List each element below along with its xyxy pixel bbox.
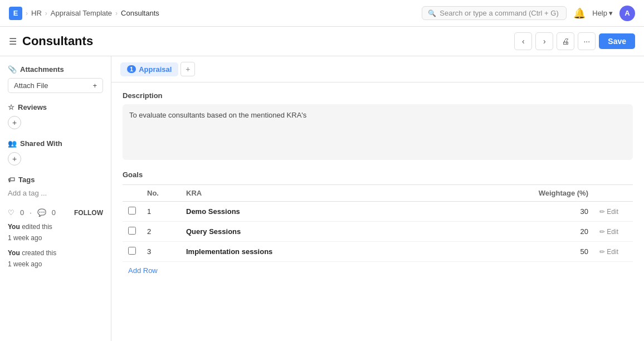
table-row: 1 Demo Sessions 30 ✏ Edit [123,202,633,222]
chatter-log: You edited this 1 week ago You created t… [8,221,103,270]
description-title: Description [123,91,633,100]
tags-label: Tags [18,176,35,184]
layout: 📎 Attachments Attach File + ☆ Reviews + … [0,56,644,341]
row-kra-1: Query Sessions [180,222,435,242]
follow-button[interactable]: FOLLOW [74,209,103,217]
chevron-down-icon: ▾ [609,9,613,17]
next-button[interactable]: › [535,32,553,50]
sidebar-tags: 🏷 Tags Add a tag ... [8,176,103,197]
sidebar-shared-with: 👥 Shared With + [8,139,103,165]
description-section: Description [111,82,644,170]
chatter-log-item-1: You edited this 1 week ago [8,221,103,244]
tabs-bar: 1 Appraisal + [111,56,644,82]
goals-title: Goals [123,170,633,179]
add-review-button[interactable]: + [8,116,21,129]
row-checkbox-0[interactable] [123,202,142,222]
edit-link-1[interactable]: ✏ Edit [599,228,627,236]
breadcrumb-appraisal-template[interactable]: Appraisal Template [51,9,112,17]
sidebar-attachments: 📎 Attachments Attach File + [8,65,103,93]
people-icon: 👥 [8,139,17,148]
search-icon: 🔍 [428,9,436,17]
reviews-label: Reviews [18,103,47,111]
row-edit-2[interactable]: ✏ Edit [594,242,633,262]
add-row-button[interactable]: Add Row [123,262,163,279]
prev-button[interactable]: ‹ [514,32,532,50]
tab-add-button[interactable]: + [180,62,195,76]
col-kra: KRA [180,185,435,202]
more-button[interactable]: ··· [578,32,596,50]
app-logo[interactable]: E [9,7,22,20]
sidebar-bottom: ♡ 0 · 💬 0 FOLLOW You edited this 1 week … [8,208,103,270]
chatter-log-when-1: 1 week ago [8,234,42,242]
like-icon[interactable]: ♡ [8,208,14,217]
edit-link-0[interactable]: ✏ Edit [599,208,627,216]
chatter-log-when-2: 1 week ago [8,260,42,268]
breadcrumb-hr[interactable]: HR [31,9,42,17]
chatter-log-action-1: edited this [22,223,52,231]
shared-with-label: Shared With [20,139,62,148]
tab-appraisal-badge: 1 [127,65,136,73]
attach-file-button[interactable]: Attach File + [8,78,103,93]
reviews-title: ☆ Reviews [8,103,103,111]
help-button[interactable]: Help ▾ [592,9,613,17]
menu-icon[interactable]: ☰ [9,36,17,47]
add-shared-button[interactable]: + [8,152,21,165]
comment-icon[interactable]: 💬 [37,208,46,217]
add-tag-input[interactable]: Add a tag ... [8,189,47,197]
paperclip-icon: 📎 [8,65,17,74]
sep-2: › [45,9,47,17]
row-no-1: 2 [142,222,180,242]
col-checkbox [123,185,142,202]
goals-table: No. KRA Weightage (%) 1 Demo Sessions 30… [123,184,633,262]
edit-link-2[interactable]: ✏ Edit [599,248,627,256]
print-button[interactable]: 🖨 [557,32,574,50]
page-header-right: ‹ › 🖨 ··· Save [514,32,635,50]
sep-3: › [115,9,118,17]
star-icon: ☆ [8,103,14,111]
search-placeholder: Search or type a command (Ctrl + G) [440,9,559,17]
row-edit-1[interactable]: ✏ Edit [594,222,633,242]
shared-with-title: 👥 Shared With [8,139,103,148]
search-bar[interactable]: 🔍 Search or type a command (Ctrl + G) [422,6,567,20]
tab-appraisal[interactable]: 1 Appraisal [120,62,178,76]
tab-appraisal-label: Appraisal [139,65,172,74]
row-no-0: 1 [142,202,180,222]
tag-icon: 🏷 [8,176,15,184]
table-row: 3 Implementation sessions 50 ✏ Edit [123,242,633,262]
page-title: Consultants [22,34,93,48]
save-button[interactable]: Save [599,33,635,49]
row-edit-0[interactable]: ✏ Edit [594,202,633,222]
chatter-log-action-2: created this [22,249,56,257]
description-input[interactable] [123,104,633,160]
breadcrumb: E › HR › Appraisal Template › Consultant… [9,7,159,20]
page-header: ☰ Consultants ‹ › 🖨 ··· Save [0,27,644,56]
goals-header-row: No. KRA Weightage (%) [123,185,633,202]
chatter-actions: ♡ 0 · 💬 0 FOLLOW [8,208,103,217]
top-nav-right: 🔍 Search or type a command (Ctrl + G) 🔔 … [422,6,635,21]
sidebar-reviews: ☆ Reviews + [8,103,103,129]
row-weightage-2: 50 [435,242,594,262]
attachments-title: 📎 Attachments [8,65,103,74]
goals-table-body: 1 Demo Sessions 30 ✏ Edit 2 Query Sessio… [123,202,633,262]
breadcrumb-current: Consultants [121,9,159,17]
help-label: Help [592,9,607,17]
row-checkbox-2[interactable] [123,242,142,262]
like-count: 0 [20,208,24,217]
row-checkbox-1[interactable] [123,222,142,242]
row-no-2: 3 [142,242,180,262]
tags-title: 🏷 Tags [8,176,103,184]
table-row: 2 Query Sessions 20 ✏ Edit [123,222,633,242]
avatar[interactable]: A [619,6,635,21]
chatter-log-who-1: You [8,223,20,231]
sidebar: 📎 Attachments Attach File + ☆ Reviews + … [0,56,111,341]
col-weightage: Weightage (%) [435,185,594,202]
chatter-log-item-2: You created this 1 week ago [8,247,103,270]
attach-plus-icon: + [92,81,97,90]
notifications-button[interactable]: 🔔 [573,7,586,20]
col-actions [594,185,633,202]
row-kra-2: Implementation sessions [180,242,435,262]
row-weightage-1: 20 [435,222,594,242]
chatter-log-who-2: You [8,249,20,257]
comment-count: 0 [52,208,56,217]
col-no: No. [142,185,180,202]
